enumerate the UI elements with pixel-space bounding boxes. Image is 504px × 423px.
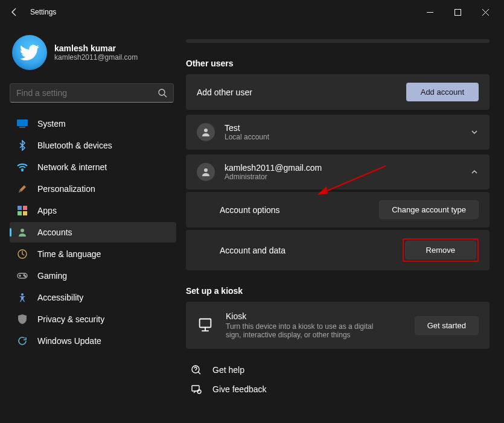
nav-label: Apps: [37, 206, 57, 215]
get-help-link[interactable]: Get help: [186, 364, 490, 375]
kiosk-get-started-button[interactable]: Get started: [415, 316, 479, 335]
svg-point-19: [25, 276, 26, 277]
svg-point-20: [21, 293, 24, 296]
add-other-user-row: Add other user Add account: [186, 74, 490, 110]
nav-label: Time & language: [37, 249, 101, 259]
svg-rect-9: [18, 206, 22, 210]
nav-label: Accessibility: [37, 293, 83, 302]
sidebar-item-network[interactable]: Network & internet: [10, 157, 176, 177]
nav-label: System: [37, 119, 66, 129]
apps-icon: [17, 205, 28, 216]
maximize-button[interactable]: [444, 2, 471, 22]
chevron-up-icon: [470, 168, 479, 176]
nav-label: Gaming: [37, 271, 67, 281]
get-help-label: Get help: [212, 365, 244, 375]
app-title: Settings: [30, 8, 56, 16]
remove-button[interactable]: Remove: [405, 241, 476, 259]
profile-block[interactable]: kamlesh kumar kamlesh2011@gmail.com: [10, 30, 176, 80]
nav-label: Accounts: [37, 227, 72, 237]
user-name: Test: [225, 123, 461, 133]
sidebar-item-accounts[interactable]: Accounts: [10, 222, 176, 243]
add-other-user-label: Add other user: [197, 87, 406, 97]
sidebar-item-bluetooth[interactable]: Bluetooth & devices: [10, 135, 176, 156]
user-role: Local account: [225, 133, 461, 141]
sidebar-item-update[interactable]: Windows Update: [10, 331, 176, 351]
avatar: [12, 35, 47, 70]
svg-point-18: [24, 275, 25, 276]
svg-rect-7: [19, 127, 25, 128]
other-users-heading: Other users: [186, 59, 490, 68]
svg-rect-23: [200, 319, 211, 328]
wifi-icon: [17, 162, 28, 173]
svg-rect-11: [18, 211, 22, 215]
sidebar-item-privacy[interactable]: Privacy & security: [10, 309, 176, 329]
account-data-row: Account and data Remove: [186, 230, 490, 270]
user-row-test[interactable]: Test Local account: [186, 115, 490, 150]
user-role: Administrator: [225, 173, 461, 181]
profile-name: kamlesh kumar: [54, 43, 138, 53]
kiosk-heading: Set up a kiosk: [186, 286, 490, 296]
svg-point-13: [21, 229, 24, 232]
change-account-type-button[interactable]: Change account type: [379, 200, 479, 219]
svg-rect-6: [17, 119, 28, 126]
feedback-icon: [191, 384, 202, 395]
nav-label: Windows Update: [37, 336, 101, 346]
svg-rect-1: [455, 9, 461, 15]
kiosk-icon: [197, 317, 214, 334]
clock-globe-icon: [17, 249, 28, 259]
sidebar-item-personalization[interactable]: Personalization: [10, 179, 176, 199]
section-divider-bar: [186, 39, 490, 43]
minimize-button[interactable]: [416, 2, 444, 22]
breadcrumb-parent[interactable]: Accounts: [186, 24, 257, 25]
search-box[interactable]: [10, 83, 174, 103]
search-input[interactable]: [16, 88, 158, 98]
svg-point-8: [22, 170, 23, 171]
kiosk-desc: Turn this device into a kiosk to use as …: [226, 322, 389, 339]
nav-label: Personalization: [37, 184, 95, 194]
account-options-label: Account options: [220, 205, 379, 215]
chevron-down-icon: [470, 128, 479, 136]
person-icon: [17, 227, 28, 238]
svg-rect-12: [23, 211, 27, 215]
brush-icon: [17, 183, 28, 194]
back-button[interactable]: [10, 7, 19, 17]
close-button[interactable]: [471, 2, 499, 22]
system-icon: [17, 118, 28, 129]
kiosk-card: Kiosk Turn this device into a kiosk to u…: [186, 302, 490, 349]
gaming-icon: [17, 270, 28, 281]
give-feedback-label: Give feedback: [212, 384, 267, 394]
svg-line-5: [164, 95, 167, 97]
add-account-button[interactable]: Add account: [406, 83, 479, 101]
breadcrumb-current: Family & other users: [280, 24, 435, 25]
shield-icon: [17, 314, 28, 325]
svg-point-4: [159, 89, 165, 95]
sidebar-item-system[interactable]: System: [10, 113, 176, 134]
svg-rect-10: [23, 206, 27, 210]
account-data-label: Account and data: [220, 246, 403, 255]
kiosk-title: Kiosk: [226, 311, 403, 321]
breadcrumb: Accounts › Family & other users: [186, 24, 490, 25]
profile-email: kamlesh2011@gmail.com: [54, 53, 138, 62]
sidebar-item-time[interactable]: Time & language: [10, 244, 176, 264]
bluetooth-icon: [17, 140, 28, 151]
help-icon: [191, 364, 202, 375]
search-icon: [158, 88, 167, 98]
svg-point-21: [204, 129, 208, 132]
accessibility-icon: [17, 292, 28, 303]
nav-label: Privacy & security: [37, 314, 104, 324]
give-feedback-link[interactable]: Give feedback: [186, 384, 490, 395]
sidebar-item-apps[interactable]: Apps: [10, 200, 176, 221]
account-options-row: Account options Change account type: [186, 192, 490, 227]
user-row-kamlesh[interactable]: kamlesh2011@gmail.com Administrator: [186, 154, 490, 189]
sidebar-item-gaming[interactable]: Gaming: [10, 266, 176, 286]
person-icon: [197, 163, 215, 181]
nav-label: Bluetooth & devices: [37, 141, 112, 150]
user-name: kamlesh2011@gmail.com: [225, 163, 461, 173]
svg-point-22: [204, 168, 208, 172]
remove-highlight: Remove: [403, 238, 479, 262]
update-icon: [17, 336, 28, 346]
person-icon: [197, 123, 215, 141]
sidebar-item-accessibility[interactable]: Accessibility: [10, 287, 176, 308]
nav-label: Network & internet: [37, 162, 107, 172]
